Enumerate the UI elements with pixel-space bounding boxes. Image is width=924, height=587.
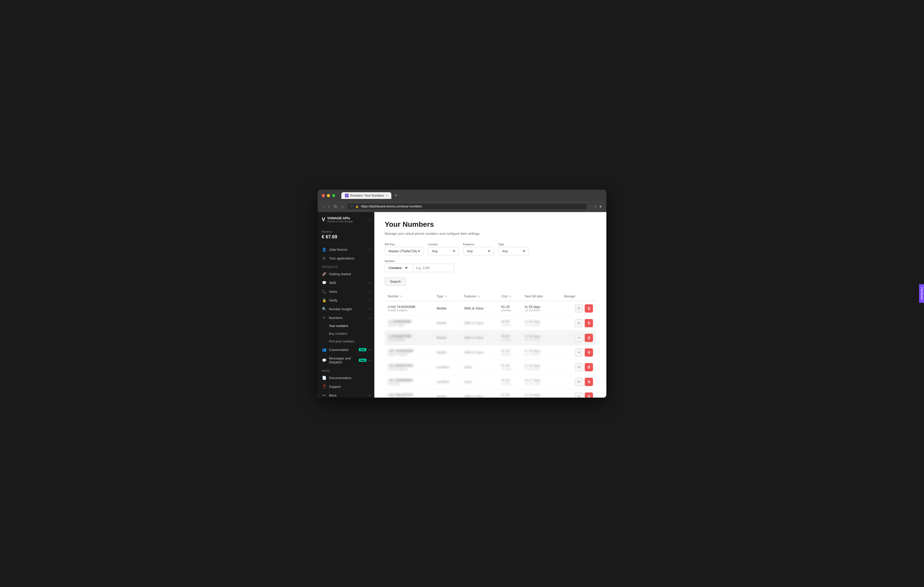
edit-button[interactable]: ✏	[575, 363, 583, 371]
edit-button[interactable]: ✏	[575, 304, 583, 312]
manage-actions: ✏ 🗑	[564, 319, 593, 327]
shield-icon: 🛡	[350, 205, 353, 208]
home-button[interactable]: ⌂	[340, 203, 345, 210]
new-tab-button[interactable]: +	[393, 193, 399, 198]
sidebar-item-verify[interactable]: 🔒 Verify	[318, 296, 375, 304]
feedback-tab[interactable]: Feedback	[919, 284, 924, 303]
type-dropdown[interactable]: Any	[501, 249, 526, 253]
manage-cell: ✏ 🗑	[561, 375, 596, 389]
active-tab[interactable]: V Numbers: Your Numbers ✕	[342, 192, 391, 199]
sidebar-item-number-insight[interactable]: 🔍 Number Insight	[318, 304, 375, 313]
back-button[interactable]: ‹	[322, 203, 325, 210]
sidebar-item-user[interactable]: 👤 Julia Nexmo	[318, 245, 375, 254]
delete-button[interactable]: 🗑	[585, 334, 593, 342]
number-cell: +44 3038097564 United Kingdom	[384, 360, 433, 375]
minimize-dot[interactable]	[327, 194, 330, 197]
bill-days: In 19 days	[525, 363, 558, 367]
features-select[interactable]: Any	[463, 247, 494, 255]
number-cell: +44 3159098991 Germany	[384, 375, 433, 389]
bill-date: 25-Jun-2020	[525, 397, 558, 398]
sidebar-item-messages[interactable]: 💬 Messages and Dispatch beta	[318, 354, 375, 367]
messages-beta-badge: beta	[359, 359, 366, 362]
sidebar-logo: V VONAGE APIs Nexmo is now Vonage ‹	[318, 212, 375, 227]
api-key-dropdown[interactable]: Master (75a5e719)	[388, 249, 421, 253]
col-cost[interactable]: Cost ⇅	[498, 292, 521, 301]
cost-amount: €1.00	[501, 363, 518, 367]
tab-close-button[interactable]: ✕	[385, 194, 388, 197]
delete-button[interactable]: 🗑	[585, 393, 593, 398]
type-label: Type	[498, 243, 529, 246]
sidebar-item-getting-started[interactable]: 🚀 Getting started	[318, 270, 375, 278]
sms-icon: 💬	[322, 281, 327, 285]
address-bar[interactable]: 🛡 🔒 https://dashboard.nexmo.com/your-num…	[347, 203, 587, 210]
country-filter: Country Any	[428, 243, 459, 255]
bill-date: 08-Jul-2020	[525, 323, 558, 327]
phone-number: +1 8019097546	[388, 334, 430, 338]
bill-days: In 13 days	[525, 393, 558, 397]
tab-bar: V Numbers: Your Numbers ✕ +	[342, 192, 602, 199]
type-select[interactable]: Any	[498, 247, 529, 255]
maximize-dot[interactable]	[332, 194, 335, 197]
phone-country: United Kingdom	[388, 367, 430, 370]
cost-cell: €1.25 monthly	[498, 301, 521, 316]
reload-button[interactable]: ↻	[333, 203, 338, 210]
chevron-down-icon	[369, 307, 370, 311]
search-button[interactable]: Search	[384, 277, 406, 286]
sidebar-subitem-port-numbers[interactable]: Port your numbers	[318, 337, 375, 345]
sidebar-subitem-your-numbers[interactable]: Your numbers	[318, 322, 375, 330]
col-next-bill-date[interactable]: Next bill date ↑	[522, 292, 561, 301]
bookmark-button[interactable]: ☆	[594, 204, 597, 209]
forward-button[interactable]: ›	[327, 203, 330, 210]
edit-button[interactable]: ✏	[575, 319, 583, 327]
sidebar-item-support[interactable]: ❓ Support	[318, 382, 375, 391]
documentation-icon: 📄	[322, 376, 327, 380]
company-subtitle: Nexmo is now Vonage	[327, 220, 353, 223]
phone-number: (+44) 7418342688	[388, 305, 430, 309]
manage-cell: ✏ 🗑	[561, 316, 596, 330]
table-body: (+44) 7418342688 United Kingdom Mobile S…	[384, 301, 596, 398]
sidebar-collapse-button[interactable]: ‹	[369, 217, 370, 222]
more-icon: •••	[322, 393, 327, 397]
extensions-button[interactable]: ⋯	[589, 204, 592, 209]
country-select[interactable]: Any	[428, 247, 459, 255]
features-dropdown[interactable]: Any	[466, 249, 491, 253]
delete-button[interactable]: 🗑	[585, 304, 593, 312]
delete-button[interactable]: 🗑	[585, 349, 593, 357]
delete-button[interactable]: 🗑	[585, 378, 593, 386]
star-button[interactable]: ★	[599, 204, 602, 209]
delete-button[interactable]: 🗑	[585, 319, 593, 327]
number-input[interactable]	[413, 264, 454, 272]
api-key-select[interactable]: Master (75a5e719)	[384, 247, 424, 255]
close-dot[interactable]	[322, 194, 325, 197]
number-filter: Number Contains Starts with Ends with	[384, 260, 454, 272]
number-type-dropdown[interactable]: Contains Starts with Ends with	[388, 266, 408, 270]
edit-button[interactable]: ✏	[575, 378, 583, 386]
country-dropdown[interactable]: Any	[431, 249, 456, 253]
vonage-logo-icon: V	[322, 217, 325, 222]
date-cell: In 26 days 08-Jul-2020	[522, 330, 561, 345]
features-label: Features	[463, 243, 494, 246]
col-type[interactable]: Type ⇅	[433, 292, 461, 301]
sidebar: V VONAGE APIs Nexmo is now Vonage ‹ Bala…	[318, 212, 375, 398]
sidebar-item-more[interactable]: ••• More	[318, 391, 375, 397]
col-number[interactable]: Number ⇅	[384, 292, 433, 301]
type-cell: Mobile	[433, 330, 461, 345]
col-features[interactable]: Features ⇅	[461, 292, 498, 301]
sidebar-item-numbers[interactable]: # Numbers	[318, 313, 375, 322]
delete-button[interactable]: 🗑	[585, 363, 593, 371]
edit-button[interactable]: ✏	[575, 334, 583, 342]
url-display: https://dashboard.nexmo.com/your-numbers	[361, 205, 583, 208]
sidebar-subitem-buy-numbers[interactable]: Buy numbers	[318, 330, 375, 337]
toolbar-actions: ⋯ ☆ ★	[589, 204, 602, 209]
sidebar-item-voice[interactable]: 📞 Voice	[318, 287, 375, 296]
sidebar-item-documentation[interactable]: 📄 Documentation	[318, 373, 375, 382]
number-type-select[interactable]: Contains Starts with Ends with	[384, 264, 413, 272]
sort-icon: ⇅	[445, 295, 447, 298]
conversation-label: Conversation	[329, 348, 355, 352]
browser-toolbar: ‹ › ↻ ⌂ 🛡 🔒 https://dashboard.nexmo.com/…	[318, 201, 606, 212]
edit-button[interactable]: ✏	[575, 349, 583, 357]
sidebar-item-applications[interactable]: ⚙ Your applications	[318, 254, 375, 263]
sidebar-item-conversation[interactable]: 👥 Conversation beta	[318, 345, 375, 354]
sidebar-item-sms[interactable]: 💬 SMS	[318, 278, 375, 287]
edit-button[interactable]: ✏	[575, 393, 583, 398]
